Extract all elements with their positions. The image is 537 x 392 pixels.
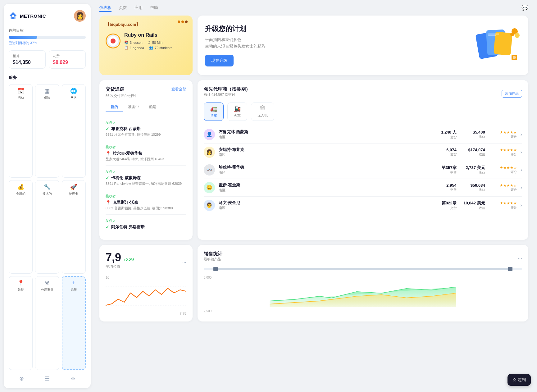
agent-region-1: 南区 <box>219 135 431 139</box>
range-handle-left[interactable] <box>213 267 218 271</box>
agent-rating-3: ★★★★☆ 评分 <box>489 166 517 174</box>
delivery-list: 发件人 ✓ 布鲁克林·西蒙斯 6391 埃尔全喜莱斯, 特拉华州 10299 接… <box>106 116 186 234</box>
course-info-row: Ruby on Rails 📚 3 lesson ⏱ 50 Min <box>106 32 186 50</box>
illustration-svg <box>471 27 521 64</box>
document-icon[interactable]: ☰ <box>45 375 50 382</box>
delivery-view-all[interactable]: 查看全部 <box>171 87 186 92</box>
agent-region-4: 南区 <box>219 188 431 193</box>
agent-info-5: 马文·麦金尼 南区 <box>219 200 431 210</box>
sidebar: METRONIC 👩 你的目标 已达到目标的 37% 预算 $14,350 花费… <box>4 4 91 388</box>
settings-icon[interactable]: ⚙ <box>71 375 75 382</box>
agent-type-tabs: 🚛 货车 🚂 火车 🏛 无人机 <box>204 103 522 121</box>
nav-apps[interactable]: 应用 <box>134 4 143 12</box>
agent-tab-drone[interactable]: 🏛 无人机 <box>251 103 274 121</box>
row-1: 【biqubiqu.com】 Ruby on Rails 📚 3 lesson <box>99 16 528 75</box>
agent-info-1: 布鲁克林·西蒙斯 南区 <box>219 129 431 139</box>
nav-dashboard[interactable]: 仪表板 <box>99 4 111 12</box>
course-students: 👥 72 students <box>149 46 172 50</box>
sales-chart <box>204 279 522 308</box>
delivery-header: 交货追踪 查看全部 <box>106 86 186 92</box>
service-add-new[interactable]: + 添新 <box>62 276 86 370</box>
delivery-role-3: 发件人 <box>106 169 186 174</box>
delivery-addr-4: 8502 普雷斯顿路, 英格尔伍德, 缅因州 98380 <box>106 206 186 211</box>
row-2: 交货追踪 查看全部 56 次交付正在进行中 新的 准备中 船运 发件人 ✓ 布鲁… <box>99 80 528 240</box>
upgrade-button[interactable]: 现在升级 <box>205 55 234 66</box>
layers-icon[interactable]: ⊛ <box>19 375 24 382</box>
service-activity[interactable]: 📅 活动 <box>9 84 33 178</box>
service-finance-label: 金融的 <box>16 192 25 196</box>
star-label-4: 评分 <box>489 188 517 192</box>
budget-row: 预算 $14,350 花费 $8,029 <box>9 50 86 69</box>
tab-new[interactable]: 新的 <box>106 103 123 112</box>
svg-rect-4 <box>488 34 499 34</box>
range-track <box>204 268 522 270</box>
service-reception[interactable]: 📍 款待 <box>9 276 33 370</box>
lessons-icon: 📚 <box>124 40 129 44</box>
agent-arrow-2[interactable]: › <box>521 149 522 155</box>
agent-arrow-1[interactable]: › <box>521 132 522 137</box>
service-add-new-label: 添新 <box>71 288 77 292</box>
delivery-item-4: 接收者 📍 克里斯汀·沃森 8502 普雷斯顿路, 英格尔伍德, 缅因州 983… <box>106 190 186 215</box>
tab-preparing[interactable]: 准备中 <box>123 103 144 112</box>
status-icon-5: ✓ <box>106 225 109 230</box>
logo-icon <box>9 12 17 20</box>
agent-tab-truck[interactable]: 🚛 货车 <box>204 103 224 121</box>
service-network[interactable]: 🌐 网络 <box>62 84 86 178</box>
agent-stat-1: 1,240 人 交货 <box>435 130 457 139</box>
service-tech[interactable]: 🔧 技术的 <box>35 180 59 274</box>
tab-shipping[interactable]: 船运 <box>144 103 162 112</box>
drone-label: 无人机 <box>257 113 268 118</box>
service-insurance[interactable]: ▦ 保险 <box>35 84 59 178</box>
service-public[interactable]: ❋ 公用事业 <box>35 276 59 370</box>
drone-icon: 🏛 <box>260 105 266 112</box>
row-3: 7,9 +2.2% 平均位置 ··· 10 <box>99 245 528 321</box>
avg-score-menu[interactable]: ··· <box>182 260 186 265</box>
course-duration: ⏱ 50 Min <box>148 40 162 44</box>
range-handle-right[interactable] <box>508 267 512 271</box>
delivery-addr-2: 星家大道2464号 梅萨, 新泽西州 45463 <box>106 157 186 162</box>
upgrade-illustration <box>471 27 521 64</box>
agent-rev-5: 19,842 美元 <box>460 200 485 206</box>
agent-name-5: 马文·麦金尼 <box>219 200 431 206</box>
service-finance[interactable]: 💰 金融的 <box>9 180 33 274</box>
agent-name-4: 盖伊·霍金斯 <box>219 182 431 188</box>
svg-rect-3 <box>494 32 512 56</box>
svg-point-7 <box>515 33 520 38</box>
agent-arrow-4[interactable]: › <box>521 185 522 190</box>
nav-help[interactable]: 帮助 <box>150 4 158 12</box>
stars-5: ★★★★★ <box>489 201 517 205</box>
sales-menu[interactable]: ··· <box>518 256 522 261</box>
chat-icon[interactable]: 💬 <box>521 4 528 11</box>
budget-value: $14,350 <box>13 60 42 65</box>
logo-text: METRONIC <box>20 13 46 19</box>
agent-arrow-3[interactable]: › <box>521 167 522 173</box>
course-card: 【biqubiqu.com】 Ruby on Rails 📚 3 lesson <box>99 16 193 75</box>
upgrade-desc: 平面插图和我们多色 生动的未混合紫色头发女士的精彩 <box>205 37 266 50</box>
agent-avatar-2: 👩 <box>204 147 215 158</box>
star-label-1: 评分 <box>489 134 517 139</box>
delivery-card: 交货追踪 查看全部 56 次交付正在进行中 新的 准备中 船运 发件人 ✓ 布鲁… <box>99 80 193 240</box>
range-slider-container <box>204 268 522 270</box>
agent-tab-train[interactable]: 🚂 火车 <box>227 103 247 121</box>
agent-rev-label-4: 收益 <box>460 188 485 192</box>
agent-region-5: 南区 <box>219 206 431 210</box>
agent-arrow-5[interactable]: › <box>521 203 522 208</box>
agent-rev-4: $59,634 <box>460 183 485 188</box>
ruby-circle <box>107 35 119 47</box>
delivery-role-2: 接收者 <box>106 145 186 149</box>
service-public-label: 公用事业 <box>41 288 53 292</box>
nav-pages[interactable]: 页数 <box>119 4 127 12</box>
nursing-icon: 🚀 <box>70 184 77 190</box>
user-avatar[interactable]: 👩 <box>74 10 86 22</box>
agent-trans-label-1: 交货 <box>435 135 457 139</box>
agent-rev-label-5: 收益 <box>460 206 485 210</box>
service-nursing[interactable]: 🚀 护理卡 <box>62 180 86 274</box>
delivery-name-1: ✓ 布鲁克林·西蒙斯 <box>106 126 186 132</box>
delivery-addr-3: 3891 Ranchview 理查森博士, 加利福尼亚州 62639 <box>106 181 186 186</box>
agent-rev-label-3: 收益 <box>460 171 485 175</box>
reception-icon: 📍 <box>17 280 24 286</box>
status-icon-1: ✓ <box>106 126 109 131</box>
add-product-button[interactable]: 添加产品 <box>502 90 522 98</box>
customize-button[interactable]: ☆ 定制 <box>507 374 531 386</box>
public-icon: ❋ <box>45 280 49 286</box>
